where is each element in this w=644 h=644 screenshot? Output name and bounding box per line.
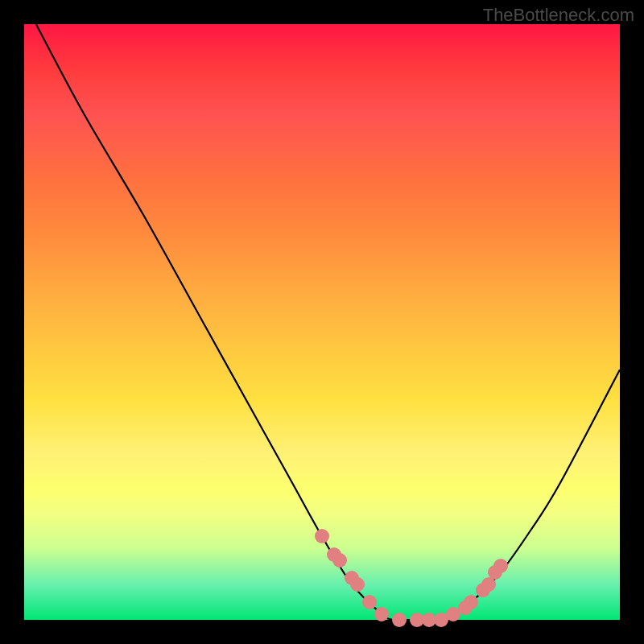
- marker-dot: [332, 553, 347, 568]
- marker-dot: [493, 559, 508, 573]
- marker-dot: [374, 607, 389, 621]
- bottleneck-curve-line: [36, 24, 620, 620]
- marker-dot: [350, 577, 365, 592]
- chart-plot-area: [24, 24, 620, 620]
- marker-dot: [392, 613, 407, 627]
- marker-dot: [362, 595, 377, 609]
- marker-dot: [315, 529, 329, 543]
- marker-dot: [464, 595, 478, 609]
- watermark-text: TheBottleneck.com: [483, 5, 634, 26]
